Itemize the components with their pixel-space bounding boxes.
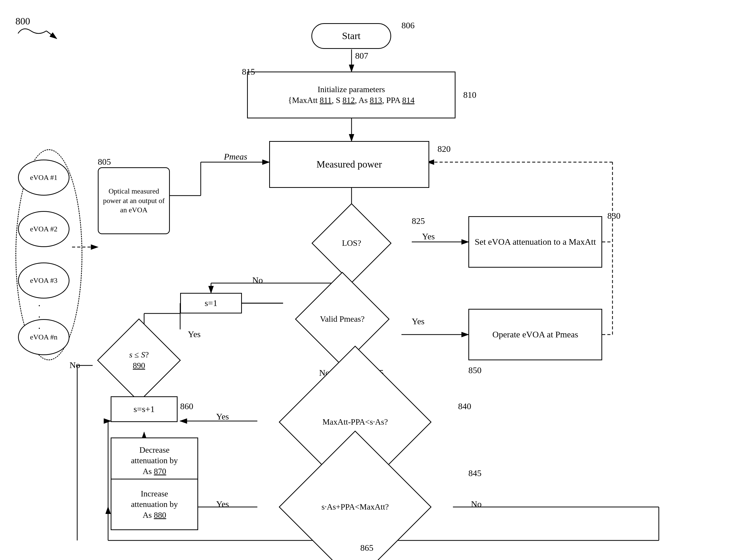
valid-yes-label: Yes	[412, 317, 424, 326]
los-diamond: LOS?	[300, 214, 403, 273]
operate-evoa-box: Operate eVOA at Pmeas	[468, 309, 602, 360]
ref-805: 805	[98, 157, 111, 167]
s-as-diamond: s·As+PPA<MaxAtt?	[257, 476, 453, 538]
ref-807: 807	[355, 51, 368, 61]
s-leq-s-diamond: s ≤ S?890	[93, 329, 185, 391]
decrease-att-box: Decreaseattenuation byAs 870	[111, 438, 198, 484]
ref-850: 850	[468, 365, 482, 375]
increase-att-box: Increaseattenuation byAs 880	[111, 479, 198, 530]
s-leq-s-label: s ≤ S?890	[129, 349, 149, 371]
set-evoa-box: Set eVOA attenuation to a MaxAtt	[468, 216, 602, 268]
s-no-label: No	[69, 360, 80, 370]
ref-830: 830	[607, 211, 620, 221]
ref-810: 810	[463, 90, 476, 100]
init-label-line2: {MaxAtt 811, S 812, As 813, PPA 814	[288, 95, 414, 106]
evoa-n-oval: eVOA #n	[18, 319, 69, 355]
ref-815: 815	[242, 67, 255, 77]
valid-pmeas-diamond: Valid Pmeas?	[283, 288, 402, 350]
evoa-1-oval: eVOA #1	[18, 160, 69, 196]
start-box: Start	[311, 23, 391, 49]
s-eq-1-box: s=1	[180, 293, 242, 314]
s-as-no-label: No	[471, 499, 482, 509]
ref-825: 825	[412, 216, 425, 226]
s-as-yes-label: Yes	[216, 499, 229, 509]
ref-865: 865	[360, 543, 373, 553]
los-label: LOS?	[342, 238, 361, 248]
ref-845: 845	[468, 468, 482, 478]
evoa-3-oval: eVOA #3	[18, 262, 69, 299]
ref-800-arrow	[16, 21, 67, 41]
measured-power-box: Measured power	[269, 141, 429, 188]
ref-806: 806	[402, 21, 414, 31]
svg-line-40	[46, 31, 57, 39]
valid-pmeas-label: Valid Pmeas?	[320, 314, 364, 324]
maxatt-label: MaxAtt-PPA<s·As?	[323, 417, 388, 427]
init-label-line1: Initialize parameters	[288, 84, 414, 95]
evoa-2-oval: eVOA #2	[18, 211, 69, 247]
flowchart-diagram: 800 Start 806 807 Initialize parameters …	[0, 0, 753, 560]
optical-measured-box: Optical measured power at an output of a…	[98, 167, 170, 234]
ref-820: 820	[437, 144, 451, 154]
los-no-label: No	[252, 275, 263, 285]
ref-840: 840	[458, 401, 471, 411]
evoa-dots: ···	[38, 300, 41, 334]
init-box: Initialize parameters {MaxAtt 811, S 812…	[247, 72, 455, 118]
s-eq-s1-box: s=s+1	[111, 396, 178, 422]
s-yes-label: Yes	[188, 329, 201, 339]
los-yes-label: Yes	[422, 232, 435, 241]
ref-860: 860	[180, 401, 193, 411]
maxatt-yes-label: Yes	[216, 412, 229, 422]
s-as-label: s·As+PPA<MaxAtt?	[321, 502, 389, 513]
pmeas-label: Pmeas	[224, 152, 247, 162]
